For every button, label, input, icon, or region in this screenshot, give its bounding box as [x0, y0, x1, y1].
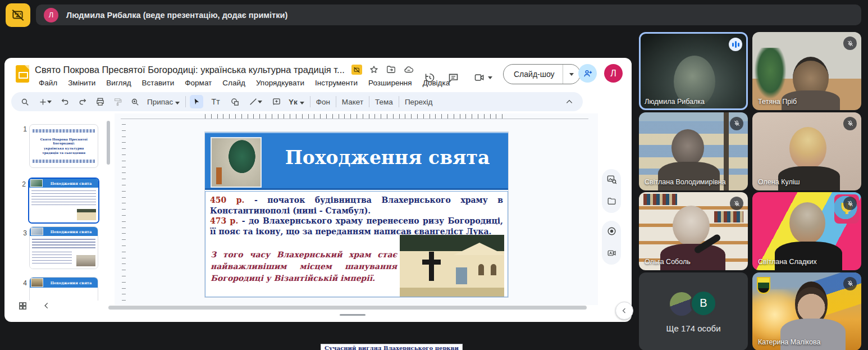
mic-off-icon	[843, 37, 857, 50]
camera-present-button[interactable]	[606, 248, 617, 260]
transition-button[interactable]: Перехід	[403, 98, 435, 106]
participant-tile-olha[interactable]: Ольга Соболь	[639, 192, 748, 270]
zoom-button[interactable]	[128, 95, 141, 108]
layout-button[interactable]: Макет	[340, 98, 365, 106]
slide-note-italic: З того часу Влахернський храм стає найва…	[211, 249, 397, 284]
thumbnail-scrollbar[interactable]	[107, 121, 110, 165]
participant-name: Олена Куліш	[758, 178, 800, 186]
thumbnail-number: 3	[19, 229, 27, 237]
search-menus-button[interactable]	[18, 95, 31, 108]
thumbnail-number: 2	[18, 180, 26, 188]
slideshow-button[interactable]: Слайд-шоу	[503, 64, 581, 84]
slides-file-icon[interactable]	[16, 65, 29, 83]
presenter-label: Людмила Рибалка (веде презентацію, додає…	[66, 11, 287, 20]
new-slide-button[interactable]	[35, 95, 54, 108]
theme-button[interactable]: Тема	[373, 98, 395, 106]
menu-slide[interactable]: Слайд	[220, 77, 248, 89]
mic-off-icon	[730, 197, 743, 210]
grid-view-button[interactable]	[18, 301, 28, 313]
select-tool-button[interactable]	[190, 95, 203, 108]
photo-caption: Сучасний вигляд Влахернського церкви	[321, 344, 463, 350]
speaker-notes-resize-handle[interactable]	[340, 314, 366, 316]
fit-zoom-dropdown[interactable]: Припас	[145, 98, 181, 106]
menu-tools[interactable]: Інструменти	[312, 77, 360, 89]
thumbnail-number: 1	[19, 125, 27, 133]
accessibility-tool-dropdown[interactable]: Yк	[287, 98, 306, 106]
slide-thumbnail-4[interactable]: Походження свята	[29, 277, 98, 301]
collapse-filmstrip-button[interactable]	[43, 302, 51, 312]
participant-name: Світлана Сладких	[758, 258, 817, 266]
comments-button[interactable]	[446, 70, 460, 85]
menu-file[interactable]: Файл	[36, 77, 60, 89]
year-473: 473 р.	[210, 216, 238, 225]
horizontal-ruler	[121, 119, 588, 119]
participant-tile-svitlana-v[interactable]: Світлана Володимирівна	[639, 112, 748, 190]
participant-name: Світлана Володимирівна	[645, 178, 726, 186]
insert-comment-button[interactable]	[269, 95, 283, 108]
presentation-slash-icon	[11, 8, 25, 22]
presentation-stopped-button[interactable]	[6, 3, 30, 27]
star-icon[interactable]	[369, 65, 379, 75]
participant-tile-ludmyla[interactable]: Людмила Рибалка	[639, 32, 748, 110]
participant-tile-kateryna[interactable]: Катерина Малікова	[752, 272, 861, 350]
menu-format[interactable]: Формат	[182, 77, 214, 89]
undo-button[interactable]	[58, 95, 72, 108]
participant-tile-sladkykh[interactable]: Ψ Світлана Сладких	[752, 192, 861, 270]
image-search-button[interactable]	[606, 174, 617, 187]
slide-paragraphs: 450 р. - початок будівництва Влахернсько…	[210, 195, 503, 237]
thumbnail-text-lines	[31, 190, 96, 205]
move-folder-icon[interactable]	[386, 65, 396, 75]
background-button[interactable]: Фон	[314, 98, 332, 106]
record-button[interactable]	[606, 226, 617, 239]
presentation-status-badge	[351, 65, 362, 75]
church-photo	[400, 235, 504, 297]
thumbnail-image	[30, 179, 43, 187]
chevron-down-icon	[175, 102, 180, 104]
chevron-down-icon	[488, 76, 492, 79]
shape-tool-button[interactable]	[228, 95, 241, 108]
menu-insert[interactable]: Вставити	[139, 77, 177, 89]
slide-thumbnail-3[interactable]: Походження свята	[29, 226, 98, 269]
divider	[185, 96, 186, 107]
thumbnail-3-title: Походження свята	[45, 229, 96, 234]
horizontal-scrollbar[interactable]	[108, 306, 587, 310]
account-avatar[interactable]: Л	[604, 64, 623, 83]
current-slide[interactable]: Походження свята 450 р. - початок будівн…	[205, 132, 508, 297]
document-title[interactable]: Свято Покрова Пресвятої Богородиці: укра…	[35, 65, 345, 75]
more-participants-tile[interactable]: В Ще 174 особи	[639, 272, 748, 350]
menu-view[interactable]: Вигляд	[103, 77, 134, 89]
participant-tile-olena[interactable]: Олена Куліш	[752, 112, 861, 190]
menu-extensions[interactable]: Розширення	[366, 77, 415, 89]
divider	[310, 96, 310, 107]
collapse-toolbar-button[interactable]	[563, 95, 576, 108]
text-box-button[interactable]: Тт	[207, 95, 224, 108]
menu-bar: Файл Змінити Вигляд Вставити Формат Слай…	[36, 77, 453, 89]
paint-format-button[interactable]	[111, 95, 124, 108]
document-status-cloud-icon[interactable]	[403, 65, 414, 75]
menu-arrange[interactable]: Упорядкувати	[253, 77, 307, 89]
plant-decor	[755, 48, 786, 98]
slideshow-dropdown[interactable]	[563, 65, 580, 84]
participant-tile-tetiana[interactable]: Тетяна Пріб	[752, 32, 861, 110]
chevron-down-icon	[569, 73, 574, 76]
chevron-down-icon	[258, 101, 262, 103]
version-history-button[interactable]	[422, 70, 437, 85]
thumbnail-1-title: Свято Покрова Пресвятої Богородиці: укра…	[40, 134, 87, 158]
menu-edit[interactable]: Змінити	[65, 77, 98, 89]
redo-button[interactable]	[76, 95, 89, 108]
folder-button[interactable]	[606, 197, 617, 208]
slides-window: Свято Покрова Пресвятої Богородиці: укра…	[4, 58, 632, 322]
print-button[interactable]	[93, 95, 107, 108]
year-450: 450 р.	[210, 196, 244, 204]
share-button[interactable]	[578, 64, 597, 83]
thumbnail-image	[31, 278, 43, 287]
line-tool-button[interactable]	[245, 95, 266, 108]
slide-thumbnail-1[interactable]: Свято Покрова Пресвятої Богородиці: укра…	[29, 124, 98, 168]
panel-collapse-button[interactable]	[615, 302, 633, 320]
chevron-down-icon	[47, 101, 52, 103]
slide-title: Походження свята	[272, 147, 502, 169]
slide-thumbnail-2-selected[interactable]: Походження свята	[28, 178, 99, 224]
participant-name: Катерина Малікова	[758, 338, 820, 346]
meet-camera-button[interactable]	[470, 70, 495, 85]
thumbnail-number: 4	[19, 279, 27, 287]
